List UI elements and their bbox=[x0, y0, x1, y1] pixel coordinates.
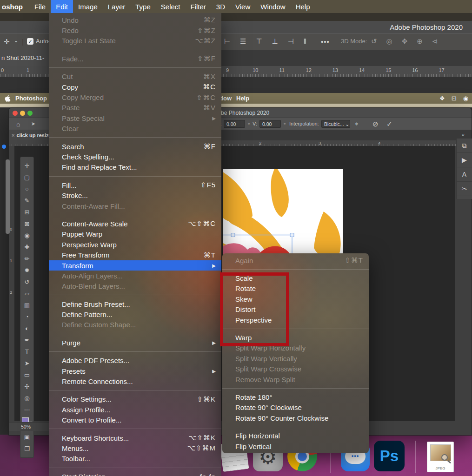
home-icon[interactable]: ⌂ bbox=[16, 120, 20, 128]
menu-item-purge[interactable]: Purge ▶ bbox=[49, 337, 221, 348]
3d-orbit-icon[interactable]: ↺ bbox=[371, 37, 377, 46]
quick-selection-tool-icon[interactable]: ✎ bbox=[25, 195, 30, 206]
menu-item[interactable] bbox=[49, 291, 221, 299]
menu-item-auto-align-layers[interactable]: Auto-Align Layers... bbox=[49, 271, 221, 281]
path-selection-tool-icon[interactable]: ➤ bbox=[25, 357, 30, 369]
menu-bar-item[interactable]: Select bbox=[156, 0, 186, 13]
menu-item-auto-blend-layers[interactable]: Auto-Blend Layers... bbox=[49, 281, 221, 291]
auto-select-checkbox[interactable]: ✓ bbox=[27, 38, 33, 45]
menu-item-content-aware-scale[interactable]: Content-Aware Scale ⌥⇧⌘C bbox=[49, 218, 221, 229]
dodge-tool-icon[interactable]: ◐ bbox=[25, 323, 29, 334]
delta-icon[interactable]: * bbox=[248, 122, 250, 127]
menu-item-content-aware-fill[interactable]: Content-Aware Fill... bbox=[49, 201, 221, 211]
submenu-item-remove-warp-split[interactable]: Remove Warp Split bbox=[222, 374, 369, 384]
menu-item-cut[interactable]: Cut ⌘X bbox=[49, 72, 221, 82]
commit-transform-icon[interactable]: ✓ bbox=[386, 120, 392, 128]
healing-brush-tool-icon[interactable]: ✚ bbox=[25, 241, 30, 253]
3d-camera-icon[interactable]: ⊲ bbox=[432, 37, 438, 46]
menu-item-convert-to-profile[interactable]: Convert to Profile... bbox=[49, 415, 221, 425]
creative-cloud-menu-icon[interactable]: ◉ bbox=[463, 95, 468, 102]
inner-document-tab[interactable]: ×click up resize e bbox=[9, 130, 55, 140]
h-value-field[interactable]: 0.00 bbox=[224, 120, 245, 128]
menu-item-toolbar[interactable]: Toolbar... bbox=[49, 454, 221, 464]
menu-item-presets[interactable]: Presets ▶ bbox=[49, 366, 221, 376]
menu-item-assign-profile[interactable]: Assign Profile... bbox=[49, 404, 221, 415]
menu-bar-item[interactable]: Image bbox=[73, 0, 103, 13]
zoom-level-value[interactable]: 50% bbox=[21, 424, 31, 430]
menu-item-define-custom-shape[interactable]: Define Custom Shape... bbox=[49, 320, 221, 330]
eyedropper-tool-icon[interactable]: ◉ bbox=[24, 230, 29, 241]
zoom-tool-icon[interactable]: ◎ bbox=[24, 392, 29, 404]
menu-item-puppet-warp[interactable]: Puppet Warp bbox=[49, 229, 221, 239]
menu-item[interactable] bbox=[49, 46, 221, 53]
pen-tool-icon[interactable]: ✒ bbox=[25, 334, 30, 346]
menu-item[interactable] bbox=[49, 172, 221, 180]
menu-bar-item[interactable]: Filter bbox=[186, 0, 211, 13]
brush-tool-icon[interactable]: ✏ bbox=[25, 253, 30, 264]
menu-item[interactable] bbox=[49, 211, 221, 218]
history-panel-icon[interactable]: ⧉ bbox=[457, 139, 472, 153]
menu-item-paste[interactable]: Paste ⌘V bbox=[49, 103, 221, 113]
menu-item-define-pattern[interactable]: Define Pattern... bbox=[49, 309, 221, 319]
styles-panel-icon[interactable]: A bbox=[457, 167, 472, 182]
menu-item-menus[interactable]: Menus... ⌥⇧⌘M bbox=[49, 443, 221, 453]
menu-item-copy-merged[interactable]: Copy Merged ⇧⌘C bbox=[49, 92, 221, 102]
photoshop-dock-icon[interactable]: Ps bbox=[374, 441, 405, 471]
menu-item-remote-connections[interactable]: Remote Connections... bbox=[49, 376, 221, 386]
menu-item-perspective-warp[interactable]: Perspective Warp bbox=[49, 239, 221, 250]
menu-item-clear[interactable]: Clear bbox=[49, 124, 221, 134]
inner-app-menu-label[interactable]: Photoshop bbox=[15, 95, 47, 102]
submenu-item[interactable] bbox=[222, 384, 369, 392]
menu-bar-item[interactable]: View bbox=[230, 0, 255, 13]
submenu-item-again[interactable]: Again ⇧⌘T bbox=[222, 255, 369, 265]
submenu-item-split-warp-vertically[interactable]: Split Warp Vertically bbox=[222, 353, 369, 364]
menu-item-start-dictation[interactable]: Start Dictation... fn fn bbox=[49, 471, 221, 476]
collapse-panels-icon[interactable]: « bbox=[462, 132, 465, 138]
app-name-partial[interactable]: oshop bbox=[0, 3, 29, 11]
menu-bar-item[interactable]: Window bbox=[255, 0, 290, 13]
menu-item-toggle-last-state[interactable]: Toggle Last State ⌥⌘Z bbox=[49, 36, 221, 46]
menu-bar-item[interactable]: Help bbox=[291, 0, 315, 13]
eraser-tool-icon[interactable]: ▱ bbox=[25, 288, 29, 299]
display-menu-icon[interactable]: ⊡ bbox=[452, 95, 457, 102]
menu-item-transform[interactable]: Transform ▶ bbox=[49, 260, 221, 271]
screen-mode-icon[interactable]: ❐ bbox=[24, 443, 30, 455]
more-options-icon[interactable]: ••• bbox=[321, 38, 330, 46]
menu-item-fill[interactable]: Fill... ⇧F5 bbox=[49, 180, 221, 190]
menu-item-stroke[interactable]: Stroke... bbox=[49, 190, 221, 200]
menu-item-fade[interactable]: Fade... ⇧⌘F bbox=[49, 53, 221, 64]
clone-stamp-tool-icon[interactable]: ✹ bbox=[25, 264, 30, 276]
crop-tool-icon[interactable]: ⊞ bbox=[25, 206, 30, 218]
submenu-item-rotate-90-cw[interactable]: Rotate 90° Clockwise bbox=[222, 403, 369, 413]
marquee-tool-icon[interactable]: ▢ bbox=[24, 172, 30, 183]
inner-help-menu[interactable]: Help bbox=[236, 95, 249, 102]
menu-item-define-brush-preset[interactable]: Define Brush Preset... bbox=[49, 299, 221, 309]
menu-bar-item[interactable]: Type bbox=[130, 0, 156, 13]
actions-panel-icon[interactable]: ▶ bbox=[457, 153, 472, 167]
move-tool-icon[interactable]: ✛ bbox=[25, 160, 30, 172]
v-value-field[interactable]: 0.00 bbox=[259, 120, 281, 128]
frame-tool-icon[interactable]: ⊠ bbox=[25, 218, 30, 230]
menu-bar-item[interactable]: 3D bbox=[211, 0, 230, 13]
menu-item-color-settings[interactable]: Color Settings... ⇧⌘K bbox=[49, 394, 221, 404]
menu-item[interactable] bbox=[49, 134, 221, 141]
tool-presets-panel-icon[interactable]: ✂ bbox=[457, 182, 472, 196]
warp-mode-icon[interactable]: ⌖ bbox=[355, 120, 358, 128]
submenu-item-flip-horizontal[interactable]: Flip Horizontal bbox=[222, 430, 369, 441]
3d-pan-icon[interactable]: ✥ bbox=[402, 37, 408, 46]
menu-item-free-transform[interactable]: Free Transform ⌘T bbox=[49, 250, 221, 260]
dropbox-menu-icon[interactable]: ❖ bbox=[439, 95, 445, 102]
menu-item[interactable] bbox=[49, 330, 221, 337]
align-vertical-centers-icon[interactable]: ⊥ bbox=[272, 37, 278, 46]
type-tool-icon[interactable]: T bbox=[25, 346, 29, 357]
lasso-tool-icon[interactable]: ○ bbox=[25, 183, 29, 195]
hand-tool-icon[interactable]: ✣ bbox=[25, 381, 30, 392]
distribute-icon[interactable]: ‖ bbox=[304, 37, 306, 46]
submenu-item-rotate-180[interactable]: Rotate 180° bbox=[222, 392, 369, 402]
jpeg-file-dock-icon[interactable]: JPEG bbox=[427, 442, 454, 472]
menu-item[interactable] bbox=[49, 464, 221, 471]
cancel-transform-icon[interactable]: ⊘ bbox=[372, 120, 379, 128]
3d-slide-icon[interactable]: ⊕ bbox=[417, 37, 423, 46]
align-left-edges-icon[interactable]: ⊢ bbox=[224, 37, 230, 46]
quick-mask-icon[interactable]: ▣ bbox=[24, 431, 30, 443]
